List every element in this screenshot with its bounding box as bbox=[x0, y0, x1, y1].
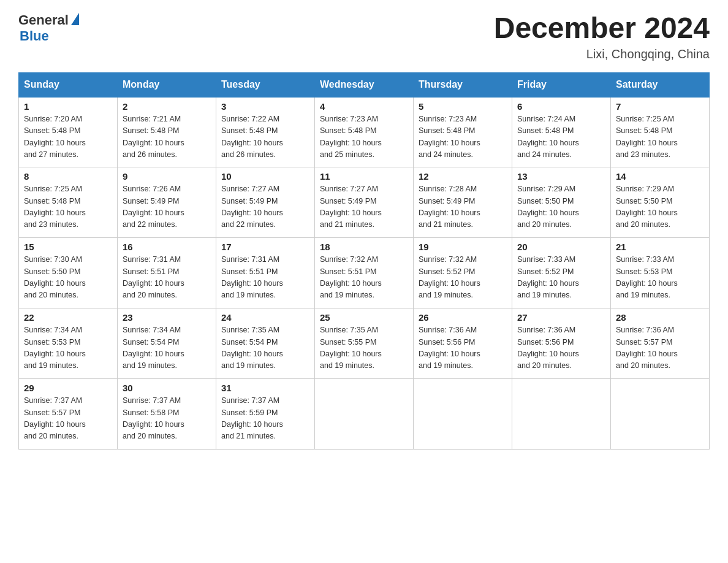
day-number: 29 bbox=[24, 383, 112, 393]
header-saturday: Saturday bbox=[611, 72, 710, 97]
header-monday: Monday bbox=[118, 72, 216, 97]
day-info: Sunrise: 7:31 AMSunset: 5:51 PMDaylight:… bbox=[123, 255, 184, 299]
calendar-cell: 30 Sunrise: 7:37 AMSunset: 5:58 PMDaylig… bbox=[118, 379, 216, 450]
day-info: Sunrise: 7:29 AMSunset: 5:50 PMDaylight:… bbox=[517, 185, 579, 229]
calendar-cell bbox=[512, 379, 611, 450]
calendar-header-row: SundayMondayTuesdayWednesdayThursdayFrid… bbox=[19, 72, 710, 97]
calendar-cell: 14 Sunrise: 7:29 AMSunset: 5:50 PMDaylig… bbox=[611, 167, 710, 238]
day-info: Sunrise: 7:36 AMSunset: 5:56 PMDaylight:… bbox=[517, 326, 579, 370]
day-info: Sunrise: 7:31 AMSunset: 5:51 PMDaylight:… bbox=[221, 255, 283, 299]
calendar-cell: 20 Sunrise: 7:33 AMSunset: 5:52 PMDaylig… bbox=[512, 238, 611, 308]
day-number: 14 bbox=[616, 171, 704, 182]
logo-triangle-icon bbox=[71, 13, 79, 25]
day-number: 10 bbox=[221, 171, 309, 182]
calendar-cell: 9 Sunrise: 7:26 AMSunset: 5:49 PMDayligh… bbox=[118, 167, 216, 238]
day-number: 23 bbox=[123, 312, 211, 323]
header-wednesday: Wednesday bbox=[315, 72, 414, 97]
calendar-table: SundayMondayTuesdayWednesdayThursdayFrid… bbox=[18, 72, 710, 450]
calendar-cell: 2 Sunrise: 7:21 AMSunset: 5:48 PMDayligh… bbox=[118, 97, 216, 167]
calendar-cell bbox=[315, 379, 414, 450]
calendar-cell: 11 Sunrise: 7:27 AMSunset: 5:49 PMDaylig… bbox=[315, 167, 414, 238]
day-info: Sunrise: 7:27 AMSunset: 5:49 PMDaylight:… bbox=[320, 185, 382, 229]
day-number: 6 bbox=[517, 101, 605, 112]
location-text: Lixi, Chongqing, China bbox=[494, 47, 710, 61]
calendar-cell: 4 Sunrise: 7:23 AMSunset: 5:48 PMDayligh… bbox=[315, 97, 414, 167]
day-number: 17 bbox=[221, 242, 309, 252]
day-info: Sunrise: 7:24 AMSunset: 5:48 PMDaylight:… bbox=[517, 115, 579, 159]
day-number: 27 bbox=[517, 312, 605, 323]
calendar-cell bbox=[611, 379, 710, 450]
calendar-cell: 6 Sunrise: 7:24 AMSunset: 5:48 PMDayligh… bbox=[512, 97, 611, 167]
week-row-3: 15 Sunrise: 7:30 AMSunset: 5:50 PMDaylig… bbox=[19, 238, 710, 308]
header-thursday: Thursday bbox=[414, 72, 512, 97]
day-info: Sunrise: 7:27 AMSunset: 5:49 PMDaylight:… bbox=[221, 185, 283, 229]
day-info: Sunrise: 7:29 AMSunset: 5:50 PMDaylight:… bbox=[616, 185, 678, 229]
day-number: 8 bbox=[24, 171, 112, 182]
day-number: 21 bbox=[616, 242, 704, 252]
day-info: Sunrise: 7:37 AMSunset: 5:58 PMDaylight:… bbox=[123, 396, 184, 440]
day-number: 20 bbox=[517, 242, 605, 252]
day-number: 13 bbox=[517, 171, 605, 182]
week-row-1: 1 Sunrise: 7:20 AMSunset: 5:48 PMDayligh… bbox=[19, 97, 710, 167]
week-row-5: 29 Sunrise: 7:37 AMSunset: 5:57 PMDaylig… bbox=[19, 379, 710, 450]
header-sunday: Sunday bbox=[19, 72, 118, 97]
header-tuesday: Tuesday bbox=[216, 72, 315, 97]
calendar-cell: 3 Sunrise: 7:22 AMSunset: 5:48 PMDayligh… bbox=[216, 97, 315, 167]
calendar-cell: 5 Sunrise: 7:23 AMSunset: 5:48 PMDayligh… bbox=[414, 97, 512, 167]
day-info: Sunrise: 7:25 AMSunset: 5:48 PMDaylight:… bbox=[616, 115, 678, 159]
day-info: Sunrise: 7:30 AMSunset: 5:50 PMDaylight:… bbox=[24, 255, 86, 299]
calendar-cell: 26 Sunrise: 7:36 AMSunset: 5:56 PMDaylig… bbox=[414, 308, 512, 379]
day-info: Sunrise: 7:20 AMSunset: 5:48 PMDaylight:… bbox=[24, 115, 86, 159]
calendar-cell bbox=[414, 379, 512, 450]
day-number: 1 bbox=[24, 101, 112, 112]
logo: General Blue bbox=[18, 12, 79, 44]
calendar-cell: 31 Sunrise: 7:37 AMSunset: 5:59 PMDaylig… bbox=[216, 379, 315, 450]
day-number: 28 bbox=[616, 312, 704, 323]
day-info: Sunrise: 7:32 AMSunset: 5:52 PMDaylight:… bbox=[419, 255, 480, 299]
calendar-cell: 16 Sunrise: 7:31 AMSunset: 5:51 PMDaylig… bbox=[118, 238, 216, 308]
day-number: 3 bbox=[221, 101, 309, 112]
day-number: 22 bbox=[24, 312, 112, 323]
day-info: Sunrise: 7:37 AMSunset: 5:59 PMDaylight:… bbox=[221, 396, 283, 440]
day-number: 16 bbox=[123, 242, 211, 252]
day-info: Sunrise: 7:32 AMSunset: 5:51 PMDaylight:… bbox=[320, 255, 382, 299]
month-title: December 2024 bbox=[494, 12, 710, 45]
day-number: 4 bbox=[320, 101, 408, 112]
day-number: 12 bbox=[419, 171, 507, 182]
calendar-cell: 12 Sunrise: 7:28 AMSunset: 5:49 PMDaylig… bbox=[414, 167, 512, 238]
calendar-cell: 23 Sunrise: 7:34 AMSunset: 5:54 PMDaylig… bbox=[118, 308, 216, 379]
day-number: 9 bbox=[123, 171, 211, 182]
day-number: 25 bbox=[320, 312, 408, 323]
calendar-cell: 28 Sunrise: 7:36 AMSunset: 5:57 PMDaylig… bbox=[611, 308, 710, 379]
calendar-cell: 19 Sunrise: 7:32 AMSunset: 5:52 PMDaylig… bbox=[414, 238, 512, 308]
title-section: December 2024 Lixi, Chongqing, China bbox=[494, 12, 710, 61]
day-info: Sunrise: 7:25 AMSunset: 5:48 PMDaylight:… bbox=[24, 185, 86, 229]
calendar-cell: 10 Sunrise: 7:27 AMSunset: 5:49 PMDaylig… bbox=[216, 167, 315, 238]
logo-blue-text: Blue bbox=[20, 28, 49, 44]
day-number: 11 bbox=[320, 171, 408, 182]
page-header: General Blue December 2024 Lixi, Chongqi… bbox=[18, 12, 710, 61]
day-number: 2 bbox=[123, 101, 211, 112]
day-info: Sunrise: 7:28 AMSunset: 5:49 PMDaylight:… bbox=[419, 185, 480, 229]
day-info: Sunrise: 7:33 AMSunset: 5:52 PMDaylight:… bbox=[517, 255, 579, 299]
day-info: Sunrise: 7:33 AMSunset: 5:53 PMDaylight:… bbox=[616, 255, 678, 299]
calendar-cell: 18 Sunrise: 7:32 AMSunset: 5:51 PMDaylig… bbox=[315, 238, 414, 308]
calendar-cell: 13 Sunrise: 7:29 AMSunset: 5:50 PMDaylig… bbox=[512, 167, 611, 238]
calendar-cell: 15 Sunrise: 7:30 AMSunset: 5:50 PMDaylig… bbox=[19, 238, 118, 308]
day-info: Sunrise: 7:22 AMSunset: 5:48 PMDaylight:… bbox=[221, 115, 283, 159]
day-number: 5 bbox=[419, 101, 507, 112]
calendar-cell: 22 Sunrise: 7:34 AMSunset: 5:53 PMDaylig… bbox=[19, 308, 118, 379]
day-number: 18 bbox=[320, 242, 408, 252]
calendar-cell: 25 Sunrise: 7:35 AMSunset: 5:55 PMDaylig… bbox=[315, 308, 414, 379]
day-number: 19 bbox=[419, 242, 507, 252]
day-number: 15 bbox=[24, 242, 112, 252]
day-info: Sunrise: 7:36 AMSunset: 5:57 PMDaylight:… bbox=[616, 326, 678, 370]
calendar-cell: 1 Sunrise: 7:20 AMSunset: 5:48 PMDayligh… bbox=[19, 97, 118, 167]
day-number: 7 bbox=[616, 101, 704, 112]
week-row-4: 22 Sunrise: 7:34 AMSunset: 5:53 PMDaylig… bbox=[19, 308, 710, 379]
day-number: 31 bbox=[221, 383, 309, 393]
day-info: Sunrise: 7:35 AMSunset: 5:55 PMDaylight:… bbox=[320, 326, 382, 370]
calendar-cell: 29 Sunrise: 7:37 AMSunset: 5:57 PMDaylig… bbox=[19, 379, 118, 450]
calendar-cell: 21 Sunrise: 7:33 AMSunset: 5:53 PMDaylig… bbox=[611, 238, 710, 308]
calendar-cell: 7 Sunrise: 7:25 AMSunset: 5:48 PMDayligh… bbox=[611, 97, 710, 167]
